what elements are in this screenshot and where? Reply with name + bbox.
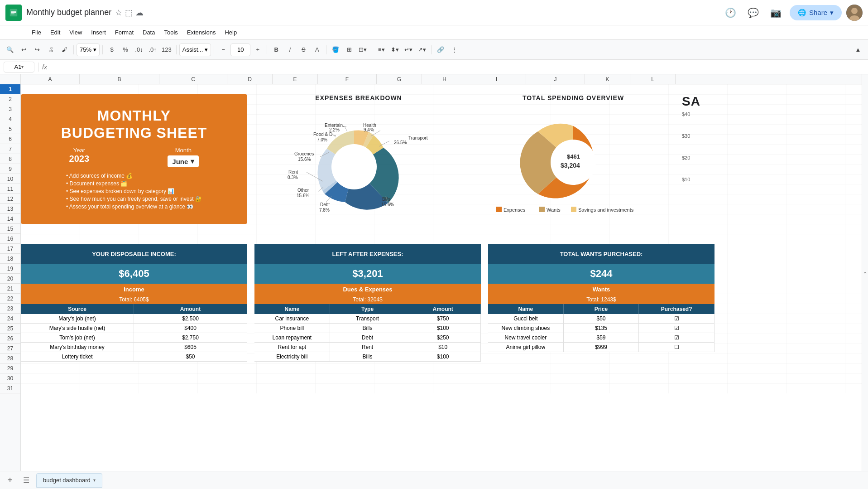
row-header-12[interactable]: 12 <box>0 194 20 204</box>
paint-format-button[interactable]: 🖌 <box>58 44 71 56</box>
zoom-value: 75% <box>80 46 91 53</box>
menu-insert[interactable]: Insert <box>86 27 110 38</box>
video-icon[interactable]: 📷 <box>767 4 785 22</box>
row-header-2[interactable]: 2 <box>0 94 20 104</box>
row-header-16[interactable]: 16 <box>0 234 20 244</box>
row-header-7[interactable]: 7 <box>0 144 20 154</box>
row-header-24[interactable]: 24 <box>0 314 20 324</box>
row-header-31[interactable]: 31 <box>0 383 20 393</box>
italic-button[interactable]: I <box>283 44 296 56</box>
row-header-28[interactable]: 28 <box>0 353 20 363</box>
row-header-23[interactable]: 23 <box>0 304 20 314</box>
menu-extensions[interactable]: Extensions <box>182 27 221 38</box>
history-icon[interactable]: 🕐 <box>722 4 740 22</box>
col-header-d[interactable]: D <box>227 74 273 84</box>
redo-button[interactable]: ↪ <box>31 44 43 56</box>
col-header-j[interactable]: J <box>526 74 585 84</box>
row-header-3[interactable]: 3 <box>0 104 20 114</box>
font-size-box[interactable]: 10 <box>230 44 250 56</box>
expand-right-button[interactable]: ‹ <box>862 74 868 471</box>
menu-format[interactable]: Format <box>110 27 138 38</box>
percent-button[interactable]: % <box>119 44 132 56</box>
font-size-plus[interactable]: + <box>251 44 264 56</box>
row-headers: 1 2 3 4 5 6 7 8 9 10 11 12 13 14 15 16 1… <box>0 84 21 471</box>
col-header-c[interactable]: C <box>159 74 227 84</box>
row-header-18[interactable]: 18 <box>0 254 20 264</box>
strikethrough-button[interactable]: S <box>297 44 310 56</box>
row-header-1[interactable]: 1 <box>0 84 20 94</box>
col-header-i[interactable]: I <box>467 74 526 84</box>
row-header-21[interactable]: 21 <box>0 284 20 294</box>
link-button[interactable]: 🔗 <box>434 44 447 56</box>
collapse-button[interactable]: ▲ <box>852 44 864 56</box>
zoom-dropdown[interactable]: 75% ▾ <box>77 44 100 56</box>
sheet-content[interactable]: MONTHLY BUDGETING SHEET Year 2023 Month <box>21 84 868 471</box>
comment-icon[interactable]: 💬 <box>744 4 762 22</box>
font-size-minus[interactable]: − <box>217 44 230 56</box>
search-button[interactable]: 🔍 <box>4 44 16 56</box>
row-header-8[interactable]: 8 <box>0 154 20 164</box>
text-color-button[interactable]: A <box>311 44 323 56</box>
borders-button[interactable]: ⊞ <box>343 44 355 56</box>
row-header-6[interactable]: 6 <box>0 134 20 144</box>
row-header-10[interactable]: 10 <box>0 174 20 184</box>
row-header-5[interactable]: 5 <box>0 124 20 134</box>
row-header-4[interactable]: 4 <box>0 114 20 124</box>
folder-icon[interactable]: ⬚ <box>125 8 133 18</box>
align-button[interactable]: ≡▾ <box>375 44 388 56</box>
row-header-29[interactable]: 29 <box>0 363 20 373</box>
undo-button[interactable]: ↩ <box>17 44 30 56</box>
col-header-h[interactable]: H <box>422 74 467 84</box>
merge-button[interactable]: ⊡▾ <box>356 44 369 56</box>
currency-button[interactable]: $ <box>106 44 118 56</box>
row-header-17[interactable]: 17 <box>0 244 20 254</box>
row-header-14[interactable]: 14 <box>0 214 20 224</box>
col-header-f[interactable]: F <box>318 74 377 84</box>
row-header-27[interactable]: 27 <box>0 344 20 353</box>
row-header-30[interactable]: 30 <box>0 373 20 383</box>
decrease-decimal-button[interactable]: .0↓ <box>133 44 145 56</box>
tab-arrow: ▾ <box>93 478 96 483</box>
cloud-icon[interactable]: ☁ <box>135 8 144 18</box>
menu-edit[interactable]: Edit <box>46 27 65 38</box>
user-avatar[interactable] <box>846 5 863 21</box>
menu-tools[interactable]: Tools <box>159 27 182 38</box>
row-header-9[interactable]: 9 <box>0 164 20 174</box>
fill-color-button[interactable]: 🪣 <box>329 44 342 56</box>
cell-reference[interactable]: A1 ▾ <box>4 62 34 73</box>
row-header-13[interactable]: 13 <box>0 204 20 214</box>
print-button[interactable]: 🖨 <box>44 44 57 56</box>
share-button[interactable]: 🌐 Share ▾ <box>790 5 842 20</box>
row-header-11[interactable]: 11 <box>0 184 20 194</box>
budget-dashboard-tab[interactable]: budget dashboard ▾ <box>36 473 102 488</box>
row-header-22[interactable]: 22 <box>0 294 20 304</box>
number-format-button[interactable]: 123 <box>160 44 173 56</box>
row-header-26[interactable]: 26 <box>0 334 20 344</box>
col-header-e[interactable]: E <box>273 74 318 84</box>
col-header-l[interactable]: L <box>630 74 676 84</box>
star-icon[interactable]: ☆ <box>115 8 122 18</box>
row-header-20[interactable]: 20 <box>0 274 20 284</box>
row-header-19[interactable]: 19 <box>0 264 20 274</box>
add-sheet-button[interactable]: + <box>4 474 16 487</box>
menu-help[interactable]: Help <box>220 27 241 38</box>
menu-data[interactable]: Data <box>138 27 159 38</box>
col-header-g[interactable]: G <box>377 74 422 84</box>
wrap-button[interactable]: ↵▾ <box>402 44 415 56</box>
more-button[interactable]: ⋮ <box>448 44 460 56</box>
increase-decimal-button[interactable]: .0↑ <box>146 44 159 56</box>
menu-view[interactable]: View <box>65 27 86 38</box>
row-header-25[interactable]: 25 <box>0 324 20 334</box>
font-dropdown[interactable]: Assist... ▾ <box>179 44 211 56</box>
svg-point-5 <box>851 8 858 14</box>
bold-button[interactable]: B <box>270 44 283 56</box>
col-header-a[interactable]: A <box>21 74 80 84</box>
col-header-k[interactable]: K <box>585 74 630 84</box>
rotation-button[interactable]: ↗▾ <box>416 44 428 56</box>
row-header-15[interactable]: 15 <box>0 224 20 234</box>
menu-file[interactable]: File <box>27 27 46 38</box>
col-header-b[interactable]: B <box>80 74 159 84</box>
valign-button[interactable]: ⬍▾ <box>388 44 401 56</box>
sheet-list-button[interactable]: ☰ <box>20 474 33 487</box>
formula-separator <box>38 63 38 72</box>
